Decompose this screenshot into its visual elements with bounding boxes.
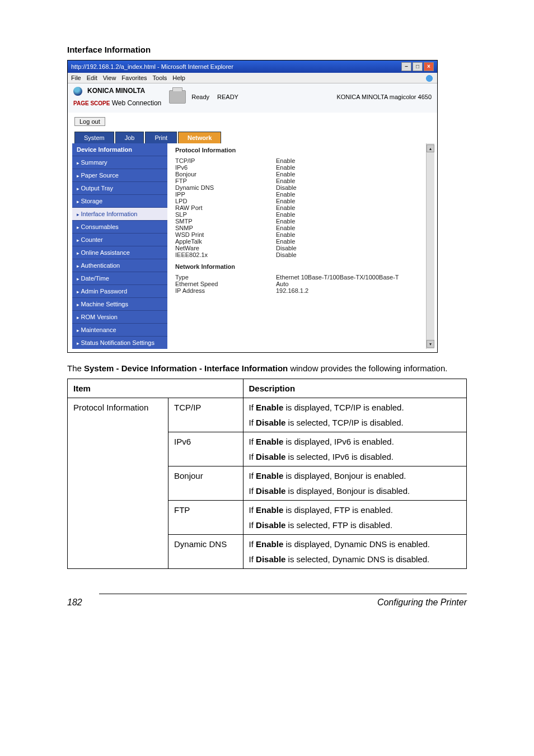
protocol-key: WSD Print (175, 231, 276, 238)
protocol-key: IPP (175, 191, 276, 198)
row-name-ftp: FTP (168, 501, 243, 535)
sidebar-item-machine-settings[interactable]: Machine Settings (72, 297, 167, 310)
protocol-value: Enable (276, 157, 429, 164)
minimize-icon[interactable]: – (401, 62, 411, 71)
protocol-row: IPv6Enable (175, 164, 429, 171)
row-desc-bonjour: If Enable is displayed, Bonjour is enabl… (243, 466, 466, 501)
tab-job[interactable]: Job (115, 132, 144, 143)
close-icon[interactable]: × (424, 62, 434, 71)
tab-system[interactable]: System (74, 132, 114, 143)
sidebar-item-counter[interactable]: Counter (72, 233, 167, 246)
protocol-value: Enable (276, 238, 429, 245)
menu-edit[interactable]: Edit (87, 74, 97, 81)
sidebar-item-date-time[interactable]: Date/Time (72, 272, 167, 284)
network-value: 192.168.1.2 (276, 287, 429, 294)
protocol-value: Enable (276, 191, 429, 198)
model-name: KONICA MINOLTA magicolor 4650 (336, 94, 432, 100)
description-table: Item Description Protocol Information TC… (67, 379, 467, 569)
network-key: IP Address (175, 287, 276, 294)
sidebar-head: Device Information (72, 143, 167, 156)
protocol-key: IEEE802.1x (175, 251, 276, 258)
protocol-key: LPD (175, 198, 276, 204)
page-number: 182 (67, 598, 82, 608)
protocol-row: SMTPEnable (175, 218, 429, 225)
sidebar-item-status-notification[interactable]: Status Notification Settings (72, 336, 167, 349)
row-name-tcpip: TCP/IP (168, 398, 243, 432)
ready-label: Ready (191, 94, 209, 100)
network-row: IP Address192.168.1.2 (175, 287, 429, 294)
menu-tools[interactable]: Tools (153, 74, 167, 81)
sidebar-item-storage[interactable]: Storage (72, 194, 167, 207)
protocol-row: IEEE802.1xDisable (175, 251, 429, 258)
row-group-protocol: Protocol Information (68, 398, 168, 569)
protocol-row: AppleTalkEnable (175, 238, 429, 245)
network-row: TypeEthernet 10Base-T/100Base-TX/1000Bas… (175, 274, 429, 281)
ie-logo-icon (425, 74, 434, 83)
protocol-key: Bonjour (175, 171, 276, 178)
scrollbar[interactable]: ▴ ▾ (426, 143, 434, 349)
th-description: Description (243, 379, 466, 398)
protocol-row: BonjourEnable (175, 171, 429, 178)
sidebar-item-rom-version[interactable]: ROM Version (72, 310, 167, 323)
menu-help[interactable]: Help (172, 74, 185, 81)
menu-favorites[interactable]: Favorites (121, 74, 147, 81)
sidebar-item-paper-source[interactable]: Paper Source (72, 169, 167, 181)
protocol-row: RAW PortEnable (175, 204, 429, 211)
protocol-row: SNMPEnable (175, 225, 429, 231)
maximize-icon[interactable]: □ (413, 62, 423, 71)
protocol-row: NetWareDisable (175, 245, 429, 251)
sidebar-item-admin-password[interactable]: Admin Password (72, 284, 167, 297)
protocol-row: TCP/IPEnable (175, 157, 429, 164)
main-pane: Protocol Information TCP/IPEnableIPv6Ena… (172, 143, 433, 349)
tabs: System Job Print Network (74, 132, 430, 143)
protocol-row: SLPEnable (175, 211, 429, 218)
protocol-value: Enable (276, 178, 429, 184)
tab-print[interactable]: Print (145, 132, 177, 143)
sidebar-item-maintenance[interactable]: Maintenance (72, 323, 167, 336)
page-heading: Interface Information (67, 45, 467, 54)
menu-view[interactable]: View (103, 74, 116, 81)
sidebar-item-online-assistance[interactable]: Online Assistance (72, 246, 167, 259)
protocol-key: SLP (175, 211, 276, 218)
logout-button[interactable]: Log out (74, 117, 105, 126)
row-desc-dynamic-dns: If Enable is displayed, Dynamic DNS is e… (243, 535, 466, 569)
sidebar-item-summary[interactable]: Summary (72, 156, 167, 169)
globe-icon (73, 87, 82, 96)
sidebar-item-authentication[interactable]: Authentication (72, 259, 167, 272)
th-item: Item (68, 379, 243, 398)
protocol-value: Disable (276, 245, 429, 251)
menu-file[interactable]: File (71, 74, 81, 81)
protocol-row: Dynamic DNSDisable (175, 184, 429, 191)
protocol-value: Enable (276, 198, 429, 204)
sidebar-item-consumables[interactable]: Consumables (72, 220, 167, 233)
protocol-value: Enable (276, 218, 429, 225)
scroll-down-icon[interactable]: ▾ (427, 340, 434, 348)
protocol-key: Dynamic DNS (175, 184, 276, 191)
protocol-value: Disable (276, 251, 429, 258)
network-key: Ethernet Speed (175, 281, 276, 287)
network-value: Auto (276, 281, 429, 287)
browser-window: http://192.168.1.2/a_index.html - Micros… (67, 60, 438, 353)
window-title: http://192.168.1.2/a_index.html - Micros… (71, 63, 233, 70)
protocol-info-title: Protocol Information (175, 147, 429, 153)
protocol-value: Enable (276, 164, 429, 171)
protocol-value: Enable (276, 225, 429, 231)
tab-network[interactable]: Network (178, 132, 221, 143)
protocol-row: WSD PrintEnable (175, 231, 429, 238)
row-desc-ftp: If Enable is displayed, FTP is enabled. … (243, 501, 466, 535)
brand-name: KONICA MINOLTA (87, 87, 145, 95)
network-value: Ethernet 10Base-T/100Base-TX/1000Base-T (276, 274, 429, 281)
protocol-key: TCP/IP (175, 157, 276, 164)
protocol-key: IPv6 (175, 164, 276, 171)
protocol-key: NetWare (175, 245, 276, 251)
protocol-value: Enable (276, 211, 429, 218)
sidebar-item-interface-information[interactable]: Interface Information (72, 207, 167, 220)
row-desc-tcpip: If Enable is displayed, TCP/IP is enable… (243, 398, 466, 432)
footer-rule (99, 594, 467, 594)
sidebar-item-output-tray[interactable]: Output Tray (72, 181, 167, 194)
scroll-up-icon[interactable]: ▴ (427, 144, 434, 152)
web-connection-label: Web Connection (112, 99, 162, 107)
footer-title: Configuring the Printer (99, 598, 467, 608)
row-desc-ipv6: If Enable is displayed, IPv6 is enabled.… (243, 432, 466, 466)
protocol-value: Enable (276, 231, 429, 238)
